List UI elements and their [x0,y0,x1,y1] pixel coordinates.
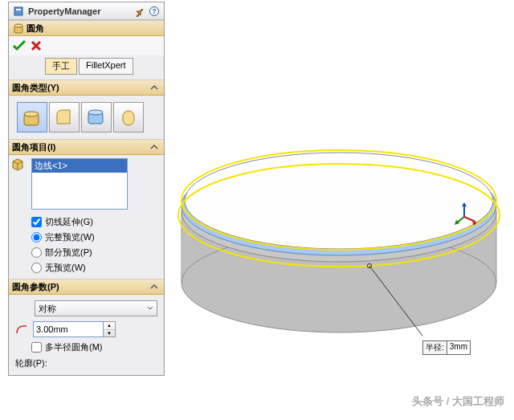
tangent-propagation-checkbox[interactable]: 切线延伸(G) [14,214,159,230]
radius-icon [15,324,27,335]
spin-down[interactable]: ▼ [104,330,115,337]
viewport-3d[interactable]: 半径: 3mm 头条号 / 大国工程师 [165,0,514,420]
svg-text:?: ? [152,7,157,15]
svg-rect-0 [14,7,22,15]
chevron-down-icon [147,305,153,312]
panel-titlebar: PropertyManager ? [9,2,164,20]
section-params-header[interactable]: 圆角参数(P) [9,279,164,295]
fillet-type-buttons [14,99,159,136]
profile-label: 轮廓(P): [15,357,47,369]
svg-rect-1 [16,9,21,10]
cancel-button[interactable] [30,39,43,52]
svg-line-22 [464,217,475,222]
spin-up[interactable]: ▲ [104,322,115,330]
fillet-type-variable[interactable] [49,102,80,133]
section-items-header[interactable]: 圆角项目(I) [9,139,164,155]
edge-select-icon [10,157,25,173]
svg-point-5 [14,24,22,27]
fillet-type-full-round[interactable] [113,102,144,133]
help-icon[interactable]: ? [147,4,161,18]
full-preview-radio[interactable]: 完整预览(W) [14,230,159,245]
tab-manual[interactable]: 手工 [45,58,77,75]
chevron-up-icon[interactable] [148,141,161,153]
property-manager-panel: PropertyManager ? 圆角 手工 FilletXpert 圆角类型… [8,2,165,376]
section-type-header[interactable]: 圆角类型(Y) [9,80,164,96]
watermark: 头条号 / 大国工程师 [412,394,504,409]
list-item[interactable]: 边线<1> [32,159,127,173]
no-preview-radio[interactable]: 无预览(W) [14,260,159,275]
svg-rect-10 [123,111,134,125]
feature-header: 圆角 [9,20,164,36]
pushpin-icon[interactable] [133,4,147,18]
fillet-icon [12,21,27,35]
svg-point-16 [185,153,493,249]
fillet-type-face[interactable] [81,102,112,133]
radius-spinner[interactable]: ▲ ▼ [33,321,116,337]
confirm-row [9,36,164,55]
edge-selection-list[interactable]: 边线<1> [31,158,128,210]
svg-point-7 [24,112,39,116]
radius-callout[interactable]: 半径: 3mm [422,340,471,355]
svg-point-9 [88,110,103,115]
panel-title-icon [11,4,26,18]
panel-title: PropertyManager [26,6,133,16]
multi-radius-checkbox[interactable]: 多半径圆角(M) [14,340,159,355]
partial-preview-radio[interactable]: 部分预览(P) [14,245,159,260]
feature-title: 圆角 [27,22,161,35]
symmetry-dropdown[interactable]: 对称 [35,300,157,316]
callout-label: 半径: [423,341,447,354]
triad-icon [455,202,479,226]
radius-input[interactable] [33,321,104,337]
tab-filletxpert[interactable]: FilletXpert [79,58,133,75]
ok-button[interactable] [12,39,27,52]
chevron-up-icon[interactable] [148,81,161,94]
chevron-up-icon[interactable] [148,280,161,293]
fillet-type-constant[interactable] [17,102,47,133]
tab-row: 手工 FilletXpert [9,55,164,80]
callout-value[interactable]: 3mm [447,341,470,354]
